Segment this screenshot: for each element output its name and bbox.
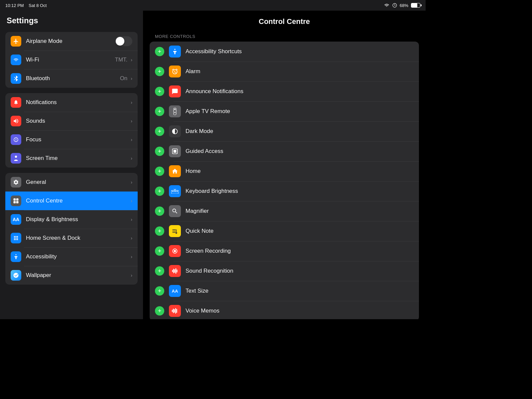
wifi-label: Wi-Fi	[26, 57, 115, 63]
sidebar-item-screentime[interactable]: Screen Time ›	[5, 149, 138, 168]
wallpaper-label: Wallpaper	[26, 272, 129, 279]
guided-access-label: Guided Access	[186, 148, 414, 155]
add-magnifier[interactable]: +	[155, 206, 164, 216]
notifications-icon	[11, 97, 21, 108]
screentime-icon	[11, 153, 21, 164]
sidebar-item-notifications[interactable]: Notifications ›	[5, 93, 138, 112]
sidebar-item-wifi[interactable]: Wi-Fi TMT. ›	[5, 51, 138, 69]
homescreen-label: Home Screen & Dock	[26, 235, 129, 241]
airplane-toggle[interactable]	[115, 36, 132, 46]
control-magnifier[interactable]: + Magnifier	[150, 201, 419, 221]
sidebar-item-sounds[interactable]: Sounds ›	[5, 112, 138, 130]
screen-recording-label: Screen Recording	[186, 248, 414, 254]
display-icon: AA	[11, 214, 21, 225]
svg-rect-27	[173, 309, 174, 313]
accessibility-chevron: ›	[131, 254, 132, 259]
sidebar-item-accessibility[interactable]: Accessibility ›	[5, 247, 138, 266]
quick-note-label: Quick Note	[186, 228, 414, 234]
wifi-chevron: ›	[131, 57, 132, 63]
control-quick-note[interactable]: + Quick Note	[150, 221, 419, 241]
sidebar-item-controlcentre[interactable]: Control Centre ›	[5, 192, 138, 210]
alarm-icon	[169, 66, 181, 77]
status-bar-right: 68%	[384, 3, 420, 8]
voice-memos-icon	[169, 305, 181, 317]
home-icon	[169, 165, 181, 177]
sidebar-item-display[interactable]: AA Display & Brightness ›	[5, 210, 138, 229]
battery-indicator	[411, 3, 420, 8]
svg-point-8	[174, 49, 175, 50]
controlcentre-chevron: ›	[131, 198, 132, 203]
sidebar-item-focus[interactable]: Focus ›	[5, 130, 138, 149]
add-announce-notifications[interactable]: +	[155, 87, 164, 96]
screen-recording-icon	[169, 245, 181, 257]
svg-point-7	[16, 254, 17, 255]
svg-rect-10	[174, 108, 175, 110]
bluetooth-chevron: ›	[131, 76, 132, 81]
device-group: General › Control Centre ›	[5, 173, 138, 285]
sidebar: Settings Airplane Mode	[0, 11, 143, 319]
magnifier-label: Magnifier	[186, 208, 414, 214]
guided-access-icon	[169, 145, 181, 157]
airplane-label: Airplane Mode	[26, 38, 115, 45]
add-home[interactable]: +	[155, 167, 164, 176]
status-bar: 10:12 PM Sat 8 Oct 68%	[0, 0, 426, 11]
accessibility-settings-icon	[11, 251, 21, 262]
add-accessibility-shortcuts[interactable]: +	[155, 47, 164, 56]
control-text-size[interactable]: + AA Text Size	[150, 281, 419, 301]
battery-percent: 68%	[400, 3, 408, 8]
notifications-chevron: ›	[131, 100, 132, 105]
add-voice-memos[interactable]: +	[155, 306, 164, 316]
sidebar-item-general[interactable]: General ›	[5, 173, 138, 192]
control-screen-recording[interactable]: + Screen Recording	[150, 241, 419, 261]
control-alarm[interactable]: + Alarm	[150, 62, 419, 81]
add-screen-recording[interactable]: +	[155, 246, 164, 256]
text-size-icon: AA	[169, 285, 181, 297]
voice-memos-label: Voice Memos	[186, 308, 414, 314]
add-alarm[interactable]: +	[155, 67, 164, 76]
sidebar-item-bluetooth[interactable]: Bluetooth On ›	[5, 69, 138, 88]
svg-point-20	[174, 250, 176, 252]
add-guided-access[interactable]: +	[155, 147, 164, 156]
display-label: Display & Brightness	[26, 216, 129, 223]
bluetooth-value: On	[120, 75, 128, 82]
control-guided-access[interactable]: + Guided Access	[150, 141, 419, 161]
control-accessibility-shortcuts[interactable]: + Accessibility Shortcuts	[150, 42, 419, 62]
add-dark-mode[interactable]: +	[155, 127, 164, 136]
control-sound-recognition[interactable]: + Sound Recognition	[150, 261, 419, 281]
focus-icon	[11, 134, 21, 145]
control-home[interactable]: + Home	[150, 161, 419, 181]
bluetooth-label: Bluetooth	[26, 75, 120, 82]
svg-rect-16	[174, 191, 175, 192]
screentime-label: Screen Time	[26, 155, 129, 162]
add-sound-recognition[interactable]: +	[155, 266, 164, 276]
announce-notifications-label: Announce Notifications	[186, 88, 414, 95]
add-quick-note[interactable]: +	[155, 226, 164, 236]
svg-rect-3	[14, 199, 16, 201]
controls-list: + Accessibility Shortcuts + Alarm +	[150, 42, 419, 319]
keyboard-brightness-label: Keyboard Brightness	[186, 188, 414, 195]
svg-rect-18	[177, 191, 178, 192]
control-dark-mode[interactable]: + Dark Mode	[150, 121, 419, 141]
focus-chevron: ›	[131, 137, 132, 142]
control-apple-tv-remote[interactable]: + Apple TV Remote	[150, 101, 419, 121]
control-announce-notifications[interactable]: + Announce Notifications	[150, 81, 419, 101]
controlcentre-label: Control Centre	[26, 198, 129, 204]
sounds-label: Sounds	[26, 118, 129, 124]
add-keyboard-brightness[interactable]: +	[155, 187, 164, 196]
sidebar-item-homescreen[interactable]: Home Screen & Dock ›	[5, 229, 138, 247]
sidebar-item-wallpaper[interactable]: Wallpaper ›	[5, 266, 138, 285]
svg-rect-22	[173, 269, 174, 273]
keyboard-brightness-icon	[169, 185, 181, 197]
sidebar-item-airplane[interactable]: Airplane Mode	[5, 32, 138, 51]
add-apple-tv-remote[interactable]: +	[155, 107, 164, 116]
control-keyboard-brightness[interactable]: + Keyboard Brightness	[150, 181, 419, 201]
wallpaper-icon	[11, 270, 21, 281]
svg-rect-25	[177, 270, 178, 272]
add-text-size[interactable]: +	[155, 286, 164, 296]
svg-rect-14	[171, 191, 179, 194]
control-voice-memos[interactable]: + Voice Memos	[150, 301, 419, 319]
display-chevron: ›	[131, 217, 132, 222]
svg-rect-23	[174, 269, 175, 273]
svg-rect-28	[174, 309, 175, 313]
svg-rect-15	[172, 191, 173, 192]
